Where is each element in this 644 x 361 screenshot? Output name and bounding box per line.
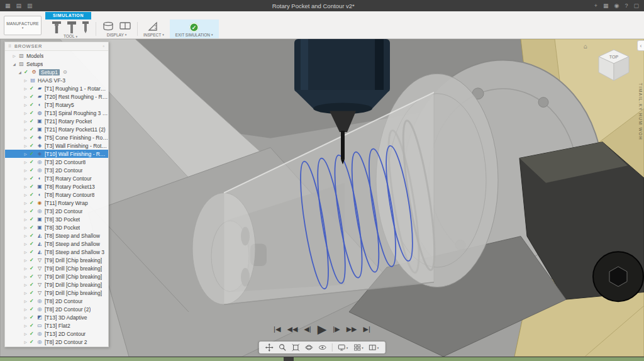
tool-menu[interactable]: TOOL ▾	[51, 34, 90, 38]
operation-valid-check-icon[interactable]: ✓	[30, 216, 35, 222]
browser-item[interactable]: ▷✓▣[T8] 3D Pocket	[5, 223, 108, 231]
drag-handle-icon[interactable]: ⠿	[8, 44, 12, 49]
file-tabs-icon[interactable]: ▥	[27, 3, 33, 9]
operation-valid-check-icon[interactable]: ✓	[30, 298, 35, 304]
browser-item[interactable]: ▷✓◎[T3] 2D Contour	[5, 166, 108, 174]
browser-item[interactable]: ▷✓▭[T13] Flat2	[5, 321, 108, 330]
operation-valid-check-icon[interactable]: ✓	[30, 86, 35, 91]
browser-item[interactable]: ▷✓◭[T8] Steep and Shallow	[5, 231, 108, 240]
operation-valid-check-icon[interactable]: ✓	[30, 192, 35, 197]
browser-item[interactable]: ▷✓◐[T3] Rotary Contour	[5, 174, 108, 182]
browser-item[interactable]: ▷▤HAAS VF-3	[5, 76, 108, 84]
next-operation-button[interactable]: ▶▶	[347, 326, 357, 333]
expand-arrow-icon[interactable]: ▷	[23, 250, 28, 254]
visibility-eye-icon[interactable]: ⊙	[63, 69, 67, 75]
expand-arrow-icon[interactable]: ▷	[23, 169, 28, 172]
operation-valid-check-icon[interactable]: ✓	[30, 339, 35, 345]
progress-playhead[interactable]	[284, 357, 294, 361]
browser-item[interactable]: ▷✓◐[T8] Rotary Contour8	[5, 191, 108, 199]
stock-display-icon[interactable]	[102, 21, 114, 32]
browser-item[interactable]: ▷✓◍[T13] Spiral Roughing 3 - Ro...	[5, 109, 108, 117]
expand-arrow-icon[interactable]: ▷	[23, 283, 28, 287]
display-menu[interactable]: DISPLAY ▾	[102, 32, 131, 37]
browser-item[interactable]: ▷✓◎[T8] 2D Contour 2	[5, 338, 108, 346]
expand-arrow-icon[interactable]: ▷	[23, 128, 28, 131]
help-icon[interactable]: ?	[625, 3, 628, 9]
operation-valid-check-icon[interactable]: ✓	[30, 314, 35, 320]
expand-arrow-icon[interactable]: ▷	[23, 242, 28, 246]
previous-operation-button[interactable]: ◀◀	[287, 326, 297, 333]
browser-item[interactable]: ▷✓▣[T8] 3D Pocket	[5, 215, 108, 223]
browser-item[interactable]: ▷✓▽[T9] Drill [Chip breaking]	[5, 280, 108, 289]
expand-arrow-icon[interactable]: ◢	[18, 70, 22, 74]
operation-valid-check-icon[interactable]: ✓	[30, 282, 35, 287]
expand-arrow-icon[interactable]: ▷	[23, 111, 28, 115]
operation-valid-check-icon[interactable]: ✓	[30, 184, 35, 189]
fit-view-button[interactable]	[292, 343, 300, 352]
expand-arrow-icon[interactable]: ▷	[23, 95, 28, 99]
browser-item[interactable]: ▷✓◩[T13] 3D Adaptive	[5, 313, 108, 321]
operation-valid-check-icon[interactable]: ✓	[30, 323, 35, 328]
expand-arrow-icon[interactable]: ▷	[23, 136, 28, 140]
operation-valid-check-icon[interactable]: ✓	[30, 241, 35, 247]
expand-arrow-icon[interactable]: ▷	[23, 340, 28, 344]
expand-arrow-icon[interactable]: ◢	[12, 62, 16, 66]
tool-drill-icon[interactable]	[81, 21, 90, 34]
expand-arrow-icon[interactable]: ▷	[23, 258, 28, 262]
operation-valid-check-icon[interactable]: ✓	[30, 135, 35, 140]
panel-collapse-arrow[interactable]: ‹	[637, 40, 644, 51]
expand-arrow-icon[interactable]: ▷	[23, 316, 28, 319]
play-button[interactable]: ▶	[318, 323, 327, 335]
expand-arrow-icon[interactable]: ▷	[23, 160, 28, 164]
operation-valid-check-icon[interactable]: ✓	[30, 249, 35, 255]
operation-valid-check-icon[interactable]: ✓	[30, 257, 35, 263]
comparison-display-icon[interactable]	[119, 21, 131, 32]
layout-icon[interactable]: ▢	[633, 3, 639, 9]
expand-arrow-icon[interactable]: ▷	[23, 299, 28, 303]
operation-valid-check-icon[interactable]: ✓	[30, 208, 35, 214]
profile-icon[interactable]: ◉	[614, 3, 619, 9]
tool-mill-icon[interactable]	[67, 21, 77, 34]
browser-item[interactable]: ▷✓◭[T8] Steep and Shallow 3	[5, 248, 108, 256]
operation-valid-check-icon[interactable]: ✓	[30, 167, 35, 173]
operation-valid-check-icon[interactable]: ✓	[30, 225, 35, 230]
expand-arrow-icon[interactable]: ▷	[23, 119, 28, 123]
inspect-menu[interactable]: INSPECT ▾	[143, 32, 164, 37]
operation-valid-check-icon[interactable]: ✓	[30, 159, 35, 165]
browser-item[interactable]: ▷✓▽[T9] Drill [Chip breaking]	[5, 289, 108, 297]
expand-arrow-icon[interactable]: ▷	[23, 87, 28, 91]
expand-arrow-icon[interactable]: ▷	[23, 275, 28, 279]
browser-item[interactable]: ▷✓▽[T9] Drill [Chip breaking]	[5, 272, 108, 280]
operation-valid-check-icon[interactable]: ✓	[30, 94, 35, 99]
browser-item[interactable]: ▷✓◈[T10] Wall Finishing - Rotary	[5, 150, 108, 158]
panel-options-icon[interactable]: ◦	[103, 43, 105, 49]
operation-valid-check-icon[interactable]: ✓	[30, 331, 35, 336]
browser-item[interactable]: ▷✓◎[T8] 2D Contour	[5, 297, 108, 305]
expand-arrow-icon[interactable]: ▷	[23, 226, 28, 230]
expand-arrow-icon[interactable]: ▷	[23, 218, 28, 221]
browser-item[interactable]: ▷✓◭[T8] Steep and Shallow	[5, 240, 108, 248]
exit-simulation-button[interactable]: EXIT SIMULATION ▾	[175, 32, 213, 37]
expand-arrow-icon[interactable]: ▷	[23, 291, 28, 295]
measure-icon[interactable]	[147, 21, 160, 32]
view-cube-graphic[interactable]: TOP	[591, 43, 636, 83]
display-settings-button[interactable]: ▾	[338, 343, 348, 352]
browser-item[interactable]: ▷▧Models	[5, 52, 108, 60]
browser-item[interactable]: ▷✓▽[T9] Drill [Chip breaking]	[5, 256, 108, 264]
browser-item[interactable]: ▷✓▣[T21] Rotary Pocket	[5, 117, 108, 125]
exit-simulation-group[interactable]: ✓ EXIT SIMULATION ▾	[170, 19, 219, 38]
orbit-button[interactable]	[305, 343, 313, 352]
home-view-icon[interactable]: ⌂	[584, 43, 587, 50]
browser-item[interactable]: ▷✓◎[T3] 2D Contour	[5, 207, 108, 215]
pan-button[interactable]	[265, 343, 274, 352]
expand-arrow-icon[interactable]: ▷	[23, 152, 28, 156]
expand-arrow-icon[interactable]: ▷	[23, 193, 28, 197]
grid-settings-button[interactable]: ▾	[353, 343, 364, 352]
expand-arrow-icon[interactable]: ▷	[23, 103, 28, 107]
browser-item[interactable]: ▷✓◉[T11] Rotary Wrap	[5, 199, 108, 207]
workspace-switcher[interactable]: MANUFACTURE ▾	[4, 16, 42, 35]
operation-valid-check-icon[interactable]: ✓	[30, 274, 35, 279]
browser-item[interactable]: ▷✓◎[T8] 2D Contour (2)	[5, 305, 108, 313]
skip-to-start-button[interactable]: |◀	[274, 326, 280, 333]
operation-valid-check-icon[interactable]: ✓	[30, 265, 35, 271]
